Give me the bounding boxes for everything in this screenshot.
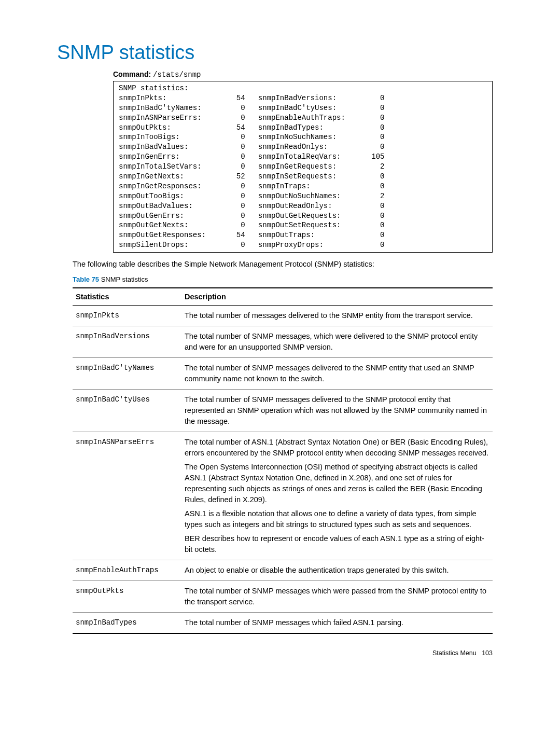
stat-name: snmpInBadC'tyUses: [73, 390, 181, 432]
table-row: snmpEnableAuthTrapsAn object to enable o…: [73, 560, 493, 581]
stat-name: snmpInASNParseErrs: [73, 432, 181, 560]
page-footer: Statistics Menu 103: [52, 649, 493, 657]
snmp-stats-table: Statistics Description snmpInPktsThe tot…: [73, 287, 493, 634]
footer-section: Statistics Menu: [432, 649, 477, 657]
command-label: Command:: [113, 70, 151, 78]
page-title: SNMP statistics: [57, 42, 508, 64]
table-number: Table 75: [73, 275, 99, 283]
command-line: Command: /stats/snmp: [113, 70, 508, 79]
stat-description: The total number of SNMP messages delive…: [181, 390, 493, 432]
table-row: snmpInBadVersionsThe total number of SNM…: [73, 326, 493, 358]
stat-name: snmpInBadC'tyNames: [73, 358, 181, 390]
footer-page-number: 103: [482, 649, 493, 657]
stat-description: The total number of messages delivered t…: [181, 306, 493, 326]
stat-description: The total number of SNMP messages delive…: [181, 358, 493, 390]
intro-paragraph: The following table describes the Simple…: [73, 260, 493, 268]
col-description: Description: [181, 288, 493, 306]
stat-description: An object to enable or disable the authe…: [181, 560, 493, 581]
stat-name: snmpInBadTypes: [73, 613, 181, 634]
table-row: snmpInBadC'tyUsesThe total number of SNM…: [73, 390, 493, 432]
stat-description: The total number of SNMP messages which …: [181, 581, 493, 613]
console-output: SNMP statistics: snmpInPkts: 54 snmpInBa…: [113, 81, 493, 253]
stat-description: The total number of SNMP messages which …: [181, 613, 493, 634]
table-title: SNMP statistics: [99, 275, 148, 283]
table-row: snmpInBadTypesThe total number of SNMP m…: [73, 613, 493, 634]
stat-name: snmpInBadVersions: [73, 326, 181, 358]
stat-name: snmpInPkts: [73, 306, 181, 326]
table-caption: Table 75 SNMP statistics: [73, 275, 508, 283]
stat-name: snmpOutPkts: [73, 581, 181, 613]
col-statistics: Statistics: [73, 288, 181, 306]
stat-description: The total number of ASN.1 (Abstract Synt…: [181, 432, 493, 560]
table-row: snmpInASNParseErrsThe total number of AS…: [73, 432, 493, 560]
stat-description: The total number of SNMP messages, which…: [181, 326, 493, 358]
table-row: snmpInPktsThe total number of messages d…: [73, 306, 493, 326]
table-row: snmpInBadC'tyNamesThe total number of SN…: [73, 358, 493, 390]
command-path: /stats/snmp: [153, 71, 201, 79]
table-row: snmpOutPktsThe total number of SNMP mess…: [73, 581, 493, 613]
stat-name: snmpEnableAuthTraps: [73, 560, 181, 581]
